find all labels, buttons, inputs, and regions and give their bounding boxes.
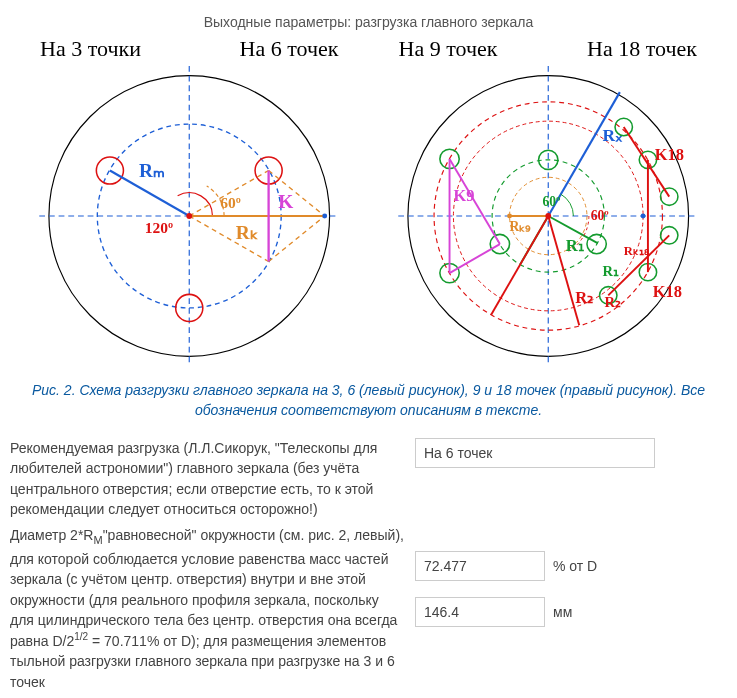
svg-line-10 [269,171,325,216]
svg-point-5 [96,157,123,184]
diagram-right-column: На 9 точек На 18 точек [369,36,728,369]
svg-line-11 [269,216,325,261]
svg-point-37 [507,214,512,219]
diagram-left-column: На 3 точки На 6 точек [10,36,369,369]
field-diameter-pct: 72.477 [415,551,545,581]
figure-caption: Рис. 2. Схема разгрузки главного зеркала… [30,381,707,420]
svg-point-48 [545,213,551,219]
svg-point-39 [660,188,677,205]
label-r2a: R₂ [575,288,593,307]
svg-line-25 [548,216,579,325]
label-rk18: Rₖ₁₈ [623,244,649,258]
diagram-right-svg: Rₓ 60º 60º R₁ R₂ R₁ R₂ K9 Rₖ₉ K18 K18 Rₖ… [369,66,728,366]
svg-point-15 [322,214,327,219]
label-diameter: Диаметр 2*RM"равновесной" окружности (см… [10,525,405,691]
label-recommended: Рекомендуемая разгрузка (Л.Л.Сикорук, "Т… [10,438,405,519]
label-60b: 60º [590,208,609,223]
label-60: 60º [220,194,241,211]
label-r1b: R₁ [602,263,618,279]
label-k18a: K18 [654,145,683,164]
diagram-row: На 3 точки На 6 точек [10,36,727,369]
header-6pt: На 6 точек [240,36,339,62]
unit-diameter-pct: % от D [553,558,597,574]
label-rk: Rₖ [236,222,258,243]
svg-point-29 [490,234,509,253]
label-rm: Rₘ [139,160,165,181]
diagram-left-svg: 120º 60º Rₘ Rₖ K [10,66,369,366]
label-rx: Rₓ [602,125,623,145]
label-r1a: R₁ [565,236,583,255]
header-3pt: На 3 точки [40,36,141,62]
svg-line-34 [449,244,499,273]
label-k18b: K18 [652,282,681,301]
row-recommended: Рекомендуемая разгрузка (Л.Л.Сикорук, "Т… [10,438,727,519]
header-18pt: На 18 точек [587,36,697,62]
field-diameter-mm: 146.4 [415,597,545,627]
label-rk9: Rₖ₉ [509,219,531,234]
row-diameter: Диаметр 2*RM"равновесной" окружности (см… [10,525,727,691]
label-r2b: R₂ [604,294,620,310]
header-9pt: На 9 точек [399,36,498,62]
label-k9: K9 [453,186,474,205]
svg-point-14 [186,213,192,219]
page-title: Выходные параметры: разгрузка главного з… [10,14,727,30]
svg-point-47 [640,214,645,219]
unit-diameter-mm: мм [553,604,572,620]
label-60a: 60º [542,194,561,209]
label-120: 120º [145,219,173,236]
label-k: K [278,191,293,212]
field-recommended: На 6 точек [415,438,655,468]
